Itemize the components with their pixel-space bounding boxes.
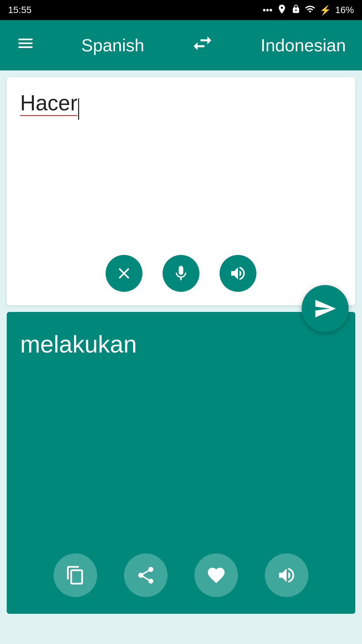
alarm-icon [277,4,287,17]
status-time: 15:55 [8,5,32,15]
favorite-button[interactable] [194,553,238,597]
menu-button[interactable] [16,34,35,57]
copy-button[interactable] [54,553,97,597]
output-section: melakukan [7,312,355,614]
battery-level: 16% [335,5,354,15]
input-section[interactable]: Hacer [7,77,355,305]
input-wrapper: Hacer [0,77,362,305]
share-button[interactable] [124,553,168,597]
input-speaker-button[interactable] [220,255,256,292]
output-speaker-button[interactable] [265,553,308,597]
lock-icon [291,4,301,16]
output-actions [7,553,355,597]
text-cursor [78,98,79,120]
mic-button[interactable] [163,255,199,292]
input-text-area[interactable]: Hacer [20,91,342,225]
input-actions [7,255,355,292]
main-content: Hacer [0,77,362,614]
signal-icon [305,4,315,17]
clear-button[interactable] [106,255,142,292]
status-bar: 15:55 ••• ⚡ 16% [0,0,362,20]
target-language-label[interactable]: Indonesian [261,35,346,55]
input-text: Hacer [20,91,77,116]
status-bar-right: ••• ⚡ 16% [263,4,354,17]
charging-icon: ⚡ [319,5,331,16]
translate-button[interactable] [302,285,349,332]
source-language-label[interactable]: Spanish [81,35,144,55]
dots-icon: ••• [263,5,273,15]
swap-languages-button[interactable] [191,32,214,59]
translation-result: melakukan [20,329,342,360]
nav-bar: Spanish Indonesian [0,20,362,70]
